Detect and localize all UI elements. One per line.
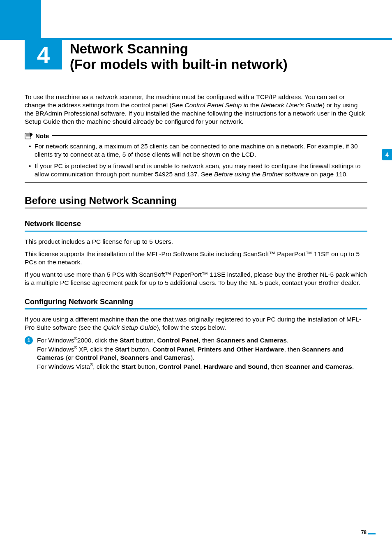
chapter-title-line2: (For models with built-in network) bbox=[70, 57, 288, 72]
s1-xp-poh: Printers and Other Hardware bbox=[197, 346, 284, 353]
subheading-network-license: Network license bbox=[25, 219, 367, 229]
s1-w2k-start: Start bbox=[120, 337, 134, 344]
page: 4 Network Scanning (For models with buil… bbox=[0, 0, 392, 555]
license-p2: This license supports the installation o… bbox=[25, 250, 367, 266]
intro-italic1: Control Panel Setup in bbox=[184, 102, 248, 109]
s1-xp-cp: Control Panel bbox=[152, 346, 194, 353]
intro-italic2: Network User's Guide bbox=[261, 102, 323, 109]
note-item-2-italic: Before using the Brother software bbox=[214, 171, 309, 178]
s1-xp-sc2: Scanners and Cameras bbox=[120, 354, 190, 361]
s1-w2k-b: 2000, click the bbox=[77, 337, 120, 344]
cfg-intro-italic: Quick Setup Guide bbox=[103, 324, 157, 331]
note-list: For network scanning, a maximum of 25 cl… bbox=[29, 142, 367, 179]
chapter-title: Network Scanning (For models with built-… bbox=[70, 41, 288, 72]
s1-w2k-sc: Scanners and Cameras bbox=[216, 337, 286, 344]
s1-w2k-e: . bbox=[287, 337, 288, 344]
step-badge-1: 1 bbox=[25, 336, 33, 345]
content-area: To use the machine as a network scanner,… bbox=[25, 93, 367, 371]
intro-text2: the bbox=[249, 102, 261, 109]
note-item-1-text: For network scanning, a maximum of 25 cl… bbox=[35, 143, 358, 158]
page-number: 78 bbox=[361, 530, 367, 535]
s1-w2k-c: button, bbox=[134, 337, 157, 344]
license-p3: If you want to use more than 5 PCs with … bbox=[25, 271, 367, 287]
s1-xp-b: XP, click the bbox=[77, 346, 115, 353]
s1-v-a: For Windows Vista bbox=[37, 363, 90, 370]
side-chapter-number: 4 bbox=[385, 151, 389, 158]
note-top-rule bbox=[52, 135, 367, 136]
s1-v-b: , click the bbox=[93, 363, 121, 370]
h2-underline-1 bbox=[25, 231, 367, 232]
note-icon bbox=[25, 132, 34, 139]
s1-v-sc: Scanner and Cameras bbox=[285, 363, 352, 370]
s1-xp-a: For Windows bbox=[37, 346, 74, 353]
s1-v-cp: Control Panel bbox=[159, 363, 201, 370]
reg-icon: ® bbox=[74, 345, 77, 350]
s1-w2k-d: , then bbox=[198, 337, 216, 344]
side-chapter-tab: 4 bbox=[382, 149, 392, 160]
intro-paragraph: To use the machine as a network scanner,… bbox=[25, 93, 367, 126]
s1-xp-e: , then bbox=[284, 346, 302, 353]
step-1-body: For Windows®2000, click the Start button… bbox=[37, 336, 367, 371]
h1-underline bbox=[25, 208, 367, 209]
s1-v-c: button, bbox=[136, 363, 159, 370]
s1-w2k-cp: Control Panel bbox=[157, 337, 199, 344]
license-p1: This product includes a PC license for u… bbox=[25, 238, 367, 246]
h2-underline-2 bbox=[25, 308, 367, 310]
s1-xp-start: Start bbox=[115, 346, 129, 353]
step-1-number: 1 bbox=[27, 337, 30, 344]
chapter-title-line1: Network Scanning bbox=[70, 41, 288, 57]
s1-v-hs: Hardware and Sound bbox=[204, 363, 267, 370]
step-1: 1 For Windows®2000, click the Start butt… bbox=[25, 336, 367, 371]
note-label: Note bbox=[35, 132, 49, 140]
reg-icon: ® bbox=[74, 336, 77, 341]
s1-v-start: Start bbox=[121, 363, 136, 370]
header-accent-block bbox=[0, 0, 41, 39]
page-number-accent bbox=[368, 533, 376, 534]
cfg-intro-2: ), follow the steps below. bbox=[157, 324, 226, 331]
note-item-2: If your PC is protected by a firewall an… bbox=[29, 162, 367, 178]
s1-v-d: , bbox=[200, 363, 204, 370]
s1-v-f: . bbox=[352, 363, 354, 370]
note-header: Note bbox=[25, 132, 367, 140]
chapter-number-box: 4 bbox=[25, 40, 62, 69]
note-item-2-text2: on page 110. bbox=[309, 171, 348, 178]
s1-xp-f: (or bbox=[64, 354, 76, 361]
section-heading-before-using: Before using Network Scanning bbox=[25, 194, 367, 207]
configuring-intro: If you are using a different machine tha… bbox=[25, 315, 367, 332]
note-item-1: For network scanning, a maximum of 25 cl… bbox=[29, 142, 367, 159]
s1-w2k-a: For Windows bbox=[37, 337, 74, 344]
s1-xp-h: ). bbox=[191, 354, 194, 361]
s1-v-e: , then bbox=[267, 363, 285, 370]
chapter-number: 4 bbox=[37, 42, 50, 68]
subheading-configuring: Configuring Network Scanning bbox=[25, 297, 367, 307]
s1-xp-cp2: Control Panel bbox=[75, 354, 117, 361]
note-bottom-rule bbox=[25, 182, 367, 183]
s1-xp-c: button, bbox=[129, 346, 152, 353]
